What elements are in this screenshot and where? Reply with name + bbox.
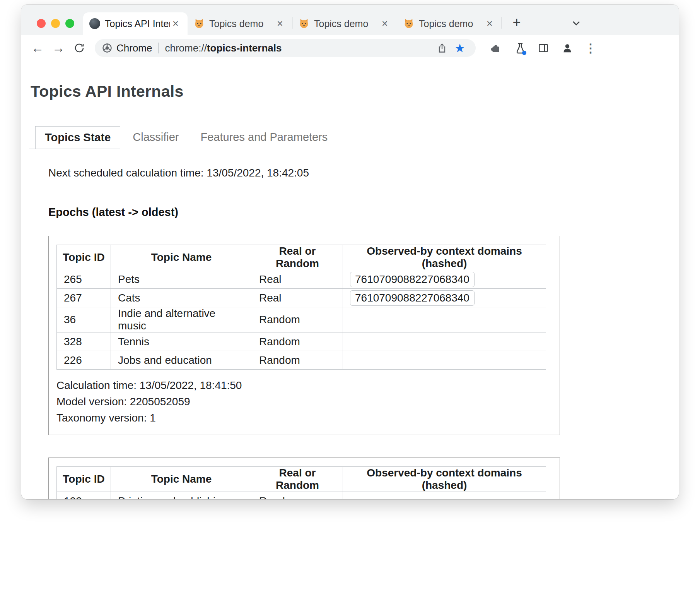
- hashed-domain-chip: 7610709088227068340: [350, 290, 475, 306]
- bookmark-star-button[interactable]: ★: [451, 39, 469, 57]
- minimize-window-button[interactable]: [51, 19, 60, 28]
- site-name-label: Chrome: [116, 42, 152, 54]
- chrome-site-icon: [102, 43, 113, 53]
- col-header-topic-name: Topic Name: [111, 245, 252, 270]
- side-panel-button[interactable]: [534, 39, 552, 57]
- tab-title: Topics API Intern: [105, 18, 170, 29]
- next-calculation-time: Next scheduled calculation time: 13/05/2…: [48, 167, 560, 179]
- browser-tab-topics-internals[interactable]: Topics API Intern ×: [83, 12, 188, 35]
- topics-state-panel: Next scheduled calculation time: 13/05/2…: [48, 167, 560, 499]
- epochs-heading: Epochs (latest -> oldest): [48, 206, 560, 219]
- taxonomy-version: Taxonomy version: 1: [56, 410, 552, 426]
- topic-id-cell: 123: [57, 492, 111, 500]
- observed-domains-cell: 7610709088227068340: [343, 270, 546, 289]
- cat-icon: [299, 18, 309, 29]
- topic-name-cell: Printing and publishing: [111, 492, 252, 500]
- back-arrow-icon: ←: [31, 41, 44, 55]
- zoom-window-button[interactable]: [65, 19, 74, 28]
- topic-name-cell: Tennis: [111, 332, 252, 351]
- browser-tab-topics-demo-3[interactable]: Topics demo ×: [397, 12, 502, 35]
- real-or-random-cell: Random: [252, 351, 343, 370]
- real-or-random-cell: Random: [252, 307, 343, 332]
- forward-arrow-icon: →: [52, 41, 65, 55]
- forward-button[interactable]: →: [49, 39, 68, 57]
- experiments-button[interactable]: [510, 39, 528, 57]
- tab-topics-state[interactable]: Topics State: [35, 126, 120, 149]
- col-header-observed-domains: Observed-by context domains (hashed): [343, 245, 546, 270]
- omnibox[interactable]: Chrome chrome:// topics-internals ★: [95, 39, 476, 57]
- observed-domains-cell: [343, 351, 546, 370]
- reload-icon: [73, 42, 85, 54]
- tab-features-and-parameters[interactable]: Features and Parameters: [191, 126, 337, 149]
- table-row: 265 Pets Real 7610709088227068340: [57, 270, 546, 289]
- epoch-table: Topic ID Topic Name Real or Random Obser…: [56, 245, 546, 370]
- real-or-random-cell: Real: [252, 270, 343, 289]
- model-version: Model version: 2205052059: [56, 394, 552, 410]
- extensions-button[interactable]: [487, 39, 504, 57]
- kebab-menu-icon: ⋮: [585, 41, 597, 55]
- observed-domains-cell: [343, 492, 546, 500]
- epoch-panel: Topic ID Topic Name Real or Random Obser…: [48, 458, 560, 499]
- page-content: Topics API Internals Topics State Classi…: [21, 61, 679, 499]
- close-tab-icon[interactable]: ×: [170, 18, 181, 29]
- tab-classifier[interactable]: Classifier: [123, 126, 188, 149]
- table-row: 226 Jobs and education Random: [57, 351, 546, 370]
- table-row: 328 Tennis Random: [57, 332, 546, 351]
- divider: [48, 191, 560, 191]
- tab-title: Topics demo: [419, 18, 484, 29]
- topic-id-cell: 265: [57, 270, 111, 289]
- share-button[interactable]: [433, 39, 451, 57]
- col-header-topic-name: Topic Name: [111, 467, 252, 492]
- page-title: Topics API Internals: [31, 82, 679, 101]
- back-button[interactable]: ←: [28, 39, 47, 57]
- epoch-table: Topic ID Topic Name Real or Random Obser…: [56, 466, 546, 499]
- topic-id-cell: 328: [57, 332, 111, 351]
- real-or-random-cell: Random: [252, 492, 343, 500]
- real-or-random-cell: Random: [252, 332, 343, 351]
- page-tab-bar: Topics State Classifier Features and Par…: [29, 126, 679, 149]
- browser-toolbar: ← → Chrome chrome:// topics-internals: [21, 35, 679, 61]
- side-panel-icon: [538, 42, 549, 54]
- table-row: 36 Indie and alternative music Random: [57, 307, 546, 332]
- calculation-time: Calculation time: 13/05/2022, 18:41:50: [56, 377, 552, 394]
- close-tab-icon[interactable]: ×: [484, 18, 495, 29]
- col-header-topic-id: Topic ID: [57, 245, 111, 270]
- new-tab-button[interactable]: +: [508, 14, 525, 31]
- traffic-lights: [37, 19, 74, 28]
- hashed-domain-chip: 7610709088227068340: [350, 272, 475, 287]
- table-header-row: Topic ID Topic Name Real or Random Obser…: [57, 467, 546, 492]
- chevron-down-icon: [570, 17, 582, 29]
- share-icon: [437, 43, 447, 53]
- close-tab-icon[interactable]: ×: [379, 18, 391, 29]
- url-host: topics-internals: [207, 42, 282, 54]
- topic-name-cell: Indie and alternative music: [111, 307, 252, 332]
- star-icon: ★: [454, 41, 465, 55]
- topic-id-cell: 36: [57, 307, 111, 332]
- browser-tab-topics-demo-1[interactable]: Topics demo ×: [188, 12, 292, 35]
- tab-search-button[interactable]: [570, 17, 583, 30]
- tab-strip: Topics API Intern × Topics demo ×: [21, 5, 679, 35]
- profile-button[interactable]: [558, 39, 576, 57]
- col-header-observed-domains: Observed-by context domains (hashed): [343, 467, 546, 492]
- extensions-puzzle-icon: [490, 42, 501, 54]
- observed-domains-cell: [343, 307, 546, 332]
- tab-title: Topics demo: [209, 18, 274, 29]
- observed-domains-cell: 7610709088227068340: [343, 289, 546, 307]
- table-header-row: Topic ID Topic Name Real or Random Obser…: [57, 245, 546, 270]
- tab-bar-line: [29, 149, 35, 149]
- close-tab-icon[interactable]: ×: [274, 18, 286, 29]
- close-window-button[interactable]: [37, 19, 46, 28]
- epoch-meta: Calculation time: 13/05/2022, 18:41:50 M…: [56, 377, 552, 426]
- menu-button[interactable]: ⋮: [582, 39, 599, 57]
- url-scheme: chrome://: [165, 42, 207, 54]
- topic-name-cell: Pets: [111, 270, 252, 289]
- cat-icon: [194, 18, 205, 29]
- reload-button[interactable]: [70, 39, 89, 57]
- col-header-topic-id: Topic ID: [57, 467, 111, 492]
- notification-dot: [522, 51, 526, 55]
- table-row: 123 Printing and publishing Random: [57, 492, 546, 500]
- browser-tab-topics-demo-2[interactable]: Topics demo ×: [292, 12, 397, 35]
- real-or-random-cell: Real: [252, 289, 343, 307]
- tab-separator: [502, 17, 502, 29]
- profile-icon: [562, 42, 573, 54]
